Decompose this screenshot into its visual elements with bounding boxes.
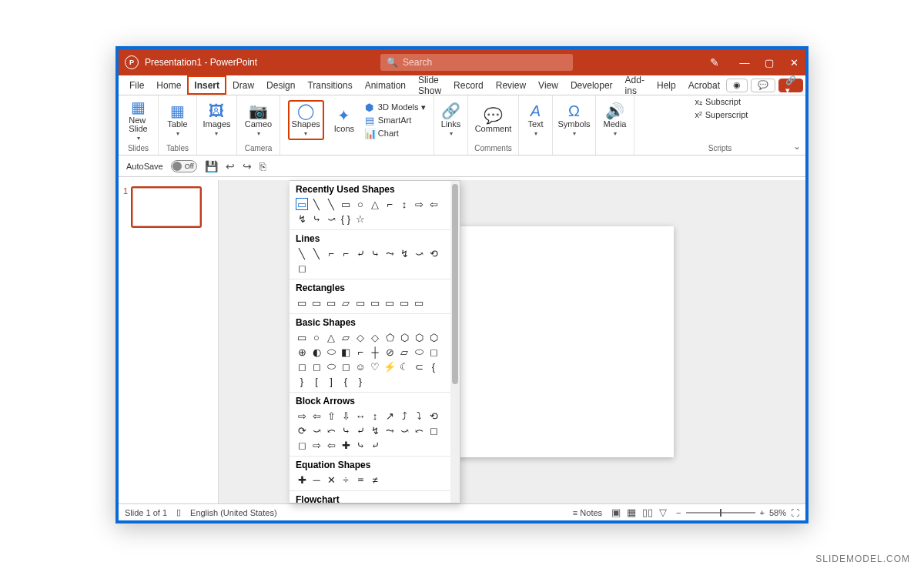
shape-option[interactable]: ⤶ [354,424,367,437]
shape-option[interactable]: ⌐ [325,247,337,259]
icons-button[interactable]: ✦Icons [329,106,360,135]
share-button[interactable]: 🔗 ▾ [778,79,803,92]
tab-review[interactable]: Review [490,75,532,95]
shape-option[interactable]: ○ [310,331,323,343]
tab-insert[interactable]: Insert [187,75,226,95]
save-button[interactable]: 💾 [205,160,218,172]
shape-option[interactable]: ⊘ [383,346,396,358]
shape-option[interactable]: ⬭ [413,346,425,358]
shape-option[interactable]: ◻ [427,424,440,437]
shape-option[interactable]: ◻ [296,262,308,274]
shape-option[interactable]: ⤷ [369,247,381,259]
shape-option[interactable]: ▱ [398,346,410,358]
shape-option[interactable]: ⬭ [325,360,337,373]
shape-option[interactable]: ↕ [398,198,410,210]
shape-option[interactable]: ╲ [310,247,323,259]
zoom-slider[interactable] [686,512,755,513]
language-status[interactable]: English (United States) [190,508,277,517]
shape-option[interactable]: } [296,375,308,387]
search-box[interactable]: 🔍 Search [380,54,573,71]
shape-option[interactable]: ⬭ [325,346,337,358]
shape-option[interactable]: ▭ [310,296,323,309]
superscript-button[interactable]: x²Superscript [695,110,748,119]
shape-option[interactable]: ↯ [369,424,381,437]
new-slide-button[interactable]: ▦NewSlide [123,98,154,143]
tab-acrobat[interactable]: Acrobat [682,75,726,95]
shape-option[interactable]: ⤶ [369,439,381,451]
shape-option[interactable]: ◇ [369,331,381,343]
shape-option[interactable]: ⇧ [325,410,337,422]
undo-button[interactable]: ↩ [226,160,235,172]
export-button[interactable]: ⎘ [259,160,266,172]
shape-option[interactable]: ▭ [296,296,308,309]
maximize-button[interactable]: ▢ [764,57,775,69]
shape-option[interactable]: ♡ [369,360,381,373]
zoom-out-button[interactable]: − [676,508,681,517]
shape-option[interactable]: ÷ [340,473,352,486]
shape-option[interactable]: ◇ [354,331,367,343]
comment-button[interactable]: 💬Comment [473,106,514,135]
reading-view-button[interactable]: ▯▯ [642,507,653,518]
shape-option[interactable]: ⇨ [296,410,308,422]
tab-transitions[interactable]: Transitions [301,75,358,95]
shape-option[interactable]: ☾ [398,360,410,373]
shape-option[interactable]: ⤳ [383,247,396,259]
shape-option[interactable]: ⤳ [383,424,396,437]
smartart-button[interactable]: ▤SmartArt [364,115,427,126]
shape-option[interactable]: ▭ [369,296,381,309]
shape-option[interactable]: [ [310,375,323,387]
shape-option[interactable]: ◻ [340,360,352,373]
tab-help[interactable]: Help [651,75,682,95]
shape-option[interactable]: ▭ [340,198,352,210]
notes-button[interactable]: ≡ Notes [573,508,602,517]
shape-option[interactable]: ⬡ [427,331,440,343]
shape-option[interactable]: ◻ [427,346,440,358]
shape-option[interactable]: ╲ [310,198,323,210]
shape-option[interactable]: ⤷ [354,439,367,451]
sorter-view-button[interactable]: ▦ [627,507,636,518]
shape-option[interactable]: ⬠ [383,331,396,343]
shape-option[interactable]: ─ [310,473,323,486]
tab-view[interactable]: View [532,75,564,95]
shape-option[interactable]: ↯ [296,212,308,225]
redo-button[interactable]: ↪ [243,160,252,172]
shape-option[interactable]: ⚡ [383,360,396,373]
shape-option[interactable]: ◻ [310,360,323,373]
shape-option[interactable]: ＝ [354,473,367,486]
shape-option[interactable]: ⤻ [310,424,323,437]
tab-design[interactable]: Design [260,75,301,95]
shapes-scrollbar[interactable] [450,181,460,503]
autosave-toggle[interactable]: Off [171,160,197,172]
shape-option[interactable]: ⤷ [310,212,323,225]
shape-option[interactable]: ↔ [354,410,367,422]
shape-option[interactable]: ⤴ [398,410,410,422]
shape-option[interactable]: ✚ [296,473,308,486]
shapes-button[interactable]: ◯Shapes [288,100,324,140]
shape-option[interactable]: ⇦ [325,439,337,451]
tab-record[interactable]: Record [447,75,490,95]
shape-option[interactable]: ▱ [340,331,352,343]
shape-option[interactable]: ⇨ [310,439,323,451]
shape-option[interactable]: ☺ [354,360,367,373]
shape-option[interactable]: ▭ [398,296,410,309]
shape-option[interactable]: } [354,375,367,387]
shape-option[interactable]: ▱ [340,296,352,309]
shape-option[interactable]: ✕ [325,473,337,486]
shape-option[interactable]: ⟲ [427,247,440,259]
symbols-button[interactable]: ΩSymbols [555,102,592,139]
shape-option[interactable]: ⟳ [296,424,308,437]
shape-option[interactable]: ⤷ [340,424,352,437]
shape-option[interactable]: ⇨ [413,198,425,210]
shape-option[interactable]: ⊕ [296,346,308,358]
minimize-button[interactable]: — [739,57,750,69]
shape-option[interactable]: △ [325,331,337,343]
shape-option[interactable]: ⤶ [354,247,367,259]
tab-animation[interactable]: Animation [359,75,412,95]
tab-developer[interactable]: Developer [564,75,619,95]
accessibility-icon[interactable]: ▯ [176,507,181,517]
subscript-button[interactable]: x₂Subscript [695,97,741,107]
normal-view-button[interactable]: ▣ [611,507,621,518]
shape-option[interactable]: ☆ [354,212,367,225]
collapse-ribbon-button[interactable]: ⌄ [793,141,801,152]
comments-toggle[interactable]: 💬 [751,79,775,92]
